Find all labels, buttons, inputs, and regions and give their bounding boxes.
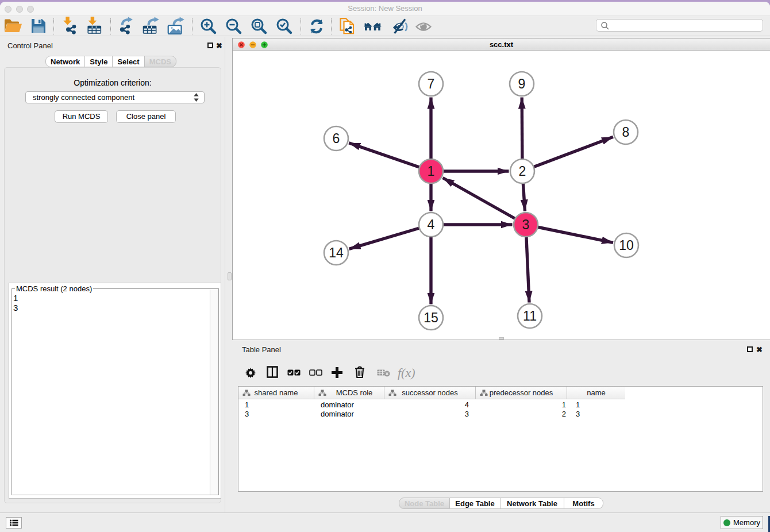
svg-text:6: 6 [333, 131, 340, 146]
svg-text:8: 8 [622, 125, 630, 140]
svg-text:10: 10 [619, 238, 634, 253]
svg-text:4: 4 [428, 217, 435, 232]
svg-text:2: 2 [519, 164, 526, 179]
svg-text:14: 14 [329, 245, 344, 260]
svg-text:11: 11 [523, 309, 537, 323]
svg-text:9: 9 [518, 76, 526, 91]
svg-text:7: 7 [428, 76, 435, 91]
svg-text:1: 1 [428, 164, 435, 179]
svg-text:3: 3 [522, 217, 530, 232]
svg-text:15: 15 [424, 310, 438, 325]
